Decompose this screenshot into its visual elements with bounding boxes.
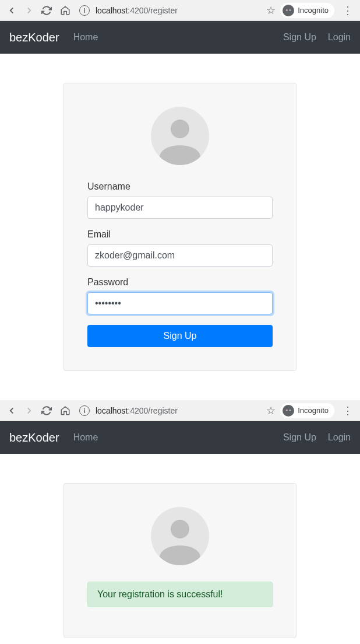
brand-logo[interactable]: bezKoder bbox=[9, 431, 59, 444]
signup-button[interactable]: Sign Up bbox=[87, 325, 273, 347]
nav-home[interactable]: Home bbox=[73, 432, 98, 443]
email-label: Email bbox=[87, 229, 273, 240]
username-input[interactable] bbox=[87, 197, 273, 219]
address-bar[interactable]: i localhost:4200/register bbox=[77, 5, 262, 16]
avatar-placeholder bbox=[151, 107, 209, 165]
back-button[interactable] bbox=[5, 4, 19, 18]
bookmark-icon[interactable]: ☆ bbox=[266, 404, 276, 417]
avatar-placeholder bbox=[151, 507, 209, 565]
forward-button[interactable] bbox=[22, 404, 36, 418]
browser-toolbar: i localhost:4200/register ☆ 👓 Incognito … bbox=[0, 400, 360, 421]
password-label: Password bbox=[87, 277, 273, 288]
nav-login[interactable]: Login bbox=[328, 432, 351, 443]
address-bar[interactable]: i localhost:4200/register bbox=[77, 405, 262, 416]
reload-button[interactable] bbox=[40, 4, 54, 18]
browser-menu-icon[interactable]: ⋮ bbox=[340, 4, 355, 17]
incognito-icon: 👓 bbox=[283, 405, 294, 416]
home-button[interactable] bbox=[58, 404, 72, 418]
url-host: localhost bbox=[96, 6, 128, 15]
username-label: Username bbox=[87, 181, 273, 192]
nav-login[interactable]: Login bbox=[328, 32, 351, 43]
incognito-badge: 👓 Incognito bbox=[280, 403, 334, 418]
app-navbar: bezKoder Home Sign Up Login bbox=[0, 421, 360, 454]
forward-button[interactable] bbox=[22, 4, 36, 18]
register-card: Username Email Password Sign Up bbox=[63, 83, 297, 371]
app-navbar: bezKoder Home Sign Up Login bbox=[0, 21, 360, 54]
incognito-badge: 👓 Incognito bbox=[280, 3, 334, 18]
register-card: Your registration is successful! bbox=[63, 483, 297, 638]
email-input[interactable] bbox=[87, 244, 273, 267]
back-button[interactable] bbox=[5, 404, 19, 418]
password-input[interactable] bbox=[87, 292, 273, 314]
site-info-icon[interactable]: i bbox=[79, 5, 90, 16]
incognito-label: Incognito bbox=[298, 6, 329, 15]
success-alert: Your registration is successful! bbox=[87, 582, 273, 607]
incognito-icon: 👓 bbox=[283, 5, 294, 16]
url-path: :4200/register bbox=[128, 6, 178, 15]
url-host: localhost bbox=[96, 406, 128, 415]
incognito-label: Incognito bbox=[298, 406, 329, 415]
browser-menu-icon[interactable]: ⋮ bbox=[340, 404, 355, 417]
url-path: :4200/register bbox=[128, 406, 178, 415]
site-info-icon[interactable]: i bbox=[79, 405, 90, 416]
home-button[interactable] bbox=[58, 4, 72, 18]
brand-logo[interactable]: bezKoder bbox=[9, 31, 59, 44]
nav-signup[interactable]: Sign Up bbox=[283, 32, 316, 43]
bookmark-icon[interactable]: ☆ bbox=[266, 4, 276, 17]
nav-signup[interactable]: Sign Up bbox=[283, 432, 316, 443]
nav-home[interactable]: Home bbox=[73, 32, 98, 43]
browser-toolbar: i localhost:4200/register ☆ 👓 Incognito … bbox=[0, 0, 360, 21]
reload-button[interactable] bbox=[40, 404, 54, 418]
